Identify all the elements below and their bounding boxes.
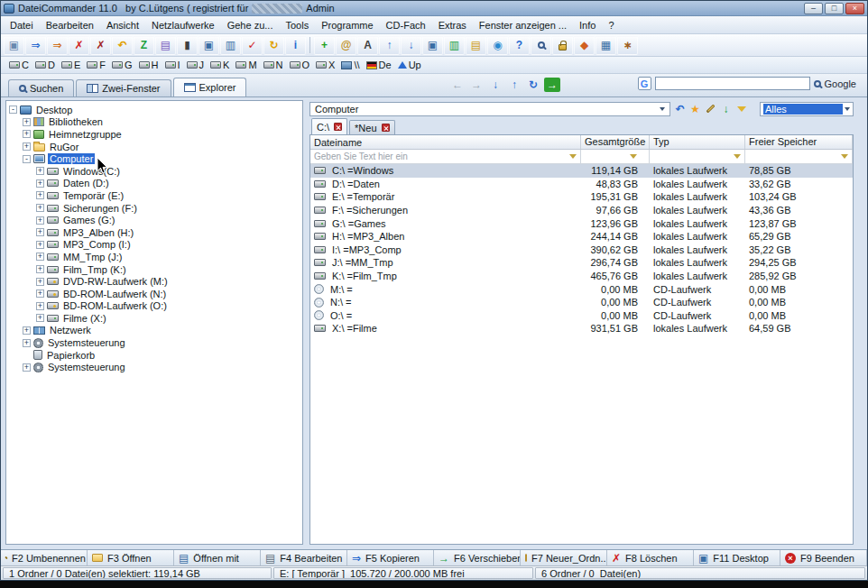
- menu-cd-fach[interactable]: CD-Fach: [380, 18, 432, 32]
- help-icon-button[interactable]: ?: [509, 36, 530, 55]
- filter-icon[interactable]: [841, 154, 848, 159]
- tree-item-dvd-rw-laufwerk-m[interactable]: +DVD-RW-Laufwerk (M:): [6, 275, 302, 288]
- expand-icon[interactable]: +: [36, 253, 44, 261]
- file-row-n[interactable]: N:\ =0,00 MBCD-Laufwerk0,00 MB: [310, 296, 853, 309]
- tree-item-mp3-alben-h[interactable]: +MP3_Alben (H:): [6, 226, 302, 239]
- file-row-o[interactable]: O:\ =0,00 MBCD-Laufwerk0,00 MB: [310, 309, 853, 323]
- statistics-icon-button[interactable]: ▥: [444, 36, 465, 55]
- file-row-d-daten[interactable]: D:\ =Daten48,83 GBlokales Laufwerk33,62 …: [310, 178, 853, 191]
- zip-icon-button[interactable]: Z: [134, 36, 154, 55]
- file-row-j-mm-tmp[interactable]: J:\ =MM_Tmp296,74 GBlokales Laufwerk294,…: [310, 256, 853, 270]
- fn-f8-l-schen[interactable]: ✗F8 Löschen: [607, 550, 694, 565]
- drive-button-k[interactable]: K: [208, 59, 232, 71]
- file-row-h-mp3-alben[interactable]: H:\ =MP3_Alben244,14 GBlokales Laufwerk6…: [310, 230, 853, 243]
- folder-tree-icon-button[interactable]: ▤: [466, 36, 486, 55]
- close-button[interactable]: ×: [845, 3, 864, 14]
- tree-item-rugor[interactable]: +RuGor: [6, 141, 302, 153]
- tree-item-systemsteuerung[interactable]: +Systemsteuerung: [6, 336, 302, 349]
- tree-item-netzwerk[interactable]: +Netzwerk: [6, 325, 302, 337]
- move-files-icon-button[interactable]: ⇒: [47, 36, 68, 55]
- drive-button-d[interactable]: D: [32, 59, 58, 71]
- file-row-f-sicherungen[interactable]: F:\ =Sicherungen97,66 GBlokales Laufwerk…: [310, 204, 853, 217]
- mail-icon-button[interactable]: @: [336, 36, 356, 55]
- tree-item-papierkorb[interactable]: Papierkorb: [6, 349, 302, 362]
- refresh-list-icon-button[interactable]: ↻: [263, 36, 284, 55]
- file-row-k-film-tmp[interactable]: K:\ =Film_Tmp465,76 GBlokales Laufwerk28…: [310, 270, 853, 283]
- menu-datei[interactable]: Datei: [4, 18, 40, 32]
- search-icon-button[interactable]: [531, 36, 551, 55]
- maximize-button[interactable]: □: [825, 3, 844, 14]
- tree-item-mp3-comp-i[interactable]: +MP3_Comp (I:): [6, 239, 302, 252]
- file-row-x-filme[interactable]: X:\ =Filme931,51 GBlokales Laufwerk64,59…: [310, 322, 853, 335]
- system-monitor-icon-button[interactable]: ▣: [422, 36, 443, 55]
- path-dropdown-icon[interactable]: [660, 107, 665, 111]
- tree-item-desktop[interactable]: -Desktop: [6, 104, 302, 116]
- close-tab-icon[interactable]: [382, 124, 390, 132]
- filter-cell[interactable]: Geben Sie Text hier ein: [310, 150, 581, 163]
- refresh-icon[interactable]: ↻: [525, 78, 541, 92]
- menu-bearbeiten[interactable]: Bearbeiten: [40, 18, 100, 32]
- expand-icon[interactable]: +: [36, 191, 44, 199]
- tree-item-sicherungen-f[interactable]: +Sicherungen (F:): [6, 202, 302, 215]
- minimize-button[interactable]: –: [804, 3, 823, 14]
- fn-f5-kopieren[interactable]: ⇒F5 Kopieren: [347, 550, 434, 565]
- forward-icon[interactable]: →: [468, 78, 485, 92]
- expand-icon[interactable]: +: [23, 118, 31, 126]
- pack-icon-button[interactable]: ▤: [155, 36, 176, 55]
- file-row-i-mp3-comp[interactable]: I:\ =MP3_Comp390,62 GBlokales Laufwerk35…: [310, 243, 853, 257]
- web-search-input[interactable]: [655, 77, 810, 90]
- tools-icon-button[interactable]: ∗: [617, 36, 638, 55]
- fn-f2-umbenennen[interactable]: F2 Umbenennen: [1, 550, 88, 565]
- console-icon-button[interactable]: ▮: [177, 36, 198, 55]
- tab-explorer[interactable]: Explorer: [173, 78, 247, 96]
- expand-icon[interactable]: +: [36, 314, 44, 322]
- drive-button-h[interactable]: H: [136, 59, 162, 71]
- menu-tools[interactable]: Tools: [279, 18, 315, 32]
- fn-f9-beenden[interactable]: ×F9 Beenden: [780, 550, 867, 565]
- drive-button-o[interactable]: O: [287, 59, 313, 71]
- filter-icon-button[interactable]: [734, 102, 749, 116]
- theme-icon-button[interactable]: ◆: [574, 36, 595, 55]
- file-row-m[interactable]: M:\ =0,00 MBCD-Laufwerk0,00 MB: [310, 282, 853, 296]
- filter-icon[interactable]: [569, 154, 577, 159]
- collapse-icon[interactable]: -: [9, 106, 17, 114]
- up-icon[interactable]: ↑: [506, 78, 522, 92]
- tree-item-tempor-r-e[interactable]: +Temporär (E:): [6, 189, 302, 202]
- tab-zwei-fenster[interactable]: Zwei-Fenster: [76, 79, 171, 96]
- menu-fenster-anzeigen[interactable]: Fenster anzeigen ...: [473, 18, 573, 32]
- undo-filter-icon-button[interactable]: ↶: [672, 102, 688, 116]
- drive-button-i[interactable]: I: [162, 59, 183, 71]
- upload-icon-button[interactable]: ↑: [379, 36, 400, 55]
- copy-files-icon-button[interactable]: ⇒: [25, 36, 46, 55]
- column-header-freier-speicher[interactable]: Freier Speicher: [745, 135, 853, 149]
- drive-button-e[interactable]: E: [59, 59, 83, 71]
- tree-item-film-tmp-k[interactable]: +Film_Tmp (K:): [6, 263, 302, 276]
- drive-button-x[interactable]: X: [313, 59, 337, 71]
- expand-icon[interactable]: +: [36, 278, 44, 286]
- tab-suchen[interactable]: Suchen: [8, 79, 74, 96]
- tree-item-bd-rom-laufwerk-n[interactable]: +BD-ROM-Laufwerk (N:): [6, 288, 302, 300]
- drive-button-g[interactable]: G: [109, 59, 135, 71]
- close-tab-icon[interactable]: [334, 123, 342, 131]
- wipe-icon-button[interactable]: ✗: [90, 36, 111, 55]
- filter-cell[interactable]: [650, 150, 745, 163]
- drive-button-m[interactable]: M: [233, 59, 259, 71]
- tree-item-mm-tmp-j[interactable]: +MM_Tmp (J:): [6, 251, 302, 263]
- tree-item-filme-x[interactable]: +Filme (X:): [6, 312, 302, 325]
- drive-button-de[interactable]: De: [364, 59, 394, 71]
- menu-ansicht[interactable]: Ansicht: [100, 18, 145, 32]
- expand-icon[interactable]: +: [23, 339, 31, 347]
- menu-extras[interactable]: Extras: [432, 18, 473, 32]
- expand-icon[interactable]: +: [23, 130, 31, 138]
- back-icon[interactable]: ←: [449, 78, 466, 92]
- titlebar[interactable]: DateiCommander 11.0 by C.Lütgens ( regis…: [1, 1, 867, 16]
- file-row-e-tempor-r[interactable]: E:\ =Temporär195,31 GBlokales Laufwerk10…: [310, 190, 853, 204]
- fn-f11-desktop[interactable]: ▣F11 Desktop: [694, 550, 780, 565]
- expand-icon[interactable]: +: [23, 326, 31, 335]
- column-header-gesamtgr-e[interactable]: Gesamtgröße: [581, 135, 650, 149]
- calculator-icon-button[interactable]: ▦: [596, 36, 616, 55]
- lock-icon-button[interactable]: [552, 36, 573, 55]
- file-tab-c[interactable]: C:\: [311, 118, 347, 134]
- fn-f4-bearbeiten[interactable]: ▤F4 Bearbeiten: [261, 550, 347, 565]
- tree-item-heimnetzgruppe[interactable]: +Heimnetzgruppe: [6, 128, 302, 141]
